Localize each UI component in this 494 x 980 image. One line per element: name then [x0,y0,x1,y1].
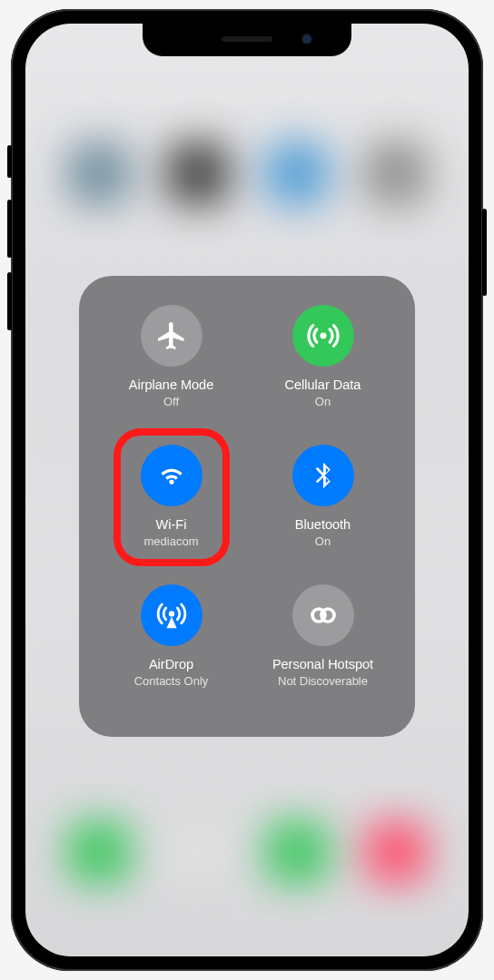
airdrop-button[interactable] [141,584,203,646]
cellular-data-label: Cellular Data [285,377,361,393]
airdrop-tile[interactable]: AirDrop Contacts Only [95,584,247,719]
connectivity-panel: Airplane Mode Off Cellular Data On [79,276,415,737]
airdrop-icon [154,598,189,632]
bluetooth-button[interactable] [292,445,354,506]
personal-hotspot-status: Not Discoverable [278,674,368,688]
wifi-icon [155,459,188,492]
silent-switch [7,145,12,178]
cellular-icon [306,318,341,353]
airplane-mode-tile[interactable]: Airplane Mode Off [95,305,247,439]
volume-up-button [7,200,12,258]
bluetooth-icon [308,460,339,491]
cellular-data-status: On [315,395,331,408]
svg-point-3 [321,609,334,622]
wifi-label: Wi-Fi [156,517,187,533]
cellular-data-tile[interactable]: Cellular Data On [247,305,399,439]
airdrop-status: Contacts Only [134,674,209,688]
screen: Airplane Mode Off Cellular Data On [25,24,469,956]
bluetooth-status: On [315,534,331,548]
airplane-mode-status: Off [163,395,179,408]
airplane-mode-button[interactable] [141,305,203,367]
airplane-mode-label: Airplane Mode [129,377,214,393]
personal-hotspot-label: Personal Hotspot [272,657,373,672]
airplane-icon [155,319,188,352]
airdrop-label: AirDrop [149,657,193,672]
notch [143,24,351,56]
personal-hotspot-tile[interactable]: Personal Hotspot Not Discoverable [247,584,399,719]
wifi-tile[interactable]: Wi-Fi mediacom [95,445,247,579]
volume-down-button [7,272,12,330]
bluetooth-label: Bluetooth [295,517,351,533]
svg-point-1 [168,611,173,616]
svg-point-0 [320,333,326,339]
wifi-button[interactable] [141,445,203,506]
bluetooth-tile[interactable]: Bluetooth On [247,445,399,579]
personal-hotspot-button[interactable] [292,584,354,646]
hotspot-icon [305,597,341,633]
cellular-data-button[interactable] [292,305,354,367]
wifi-status: mediacom [144,534,199,548]
power-button [482,209,487,296]
phone-frame: Airplane Mode Off Cellular Data On [11,9,483,971]
